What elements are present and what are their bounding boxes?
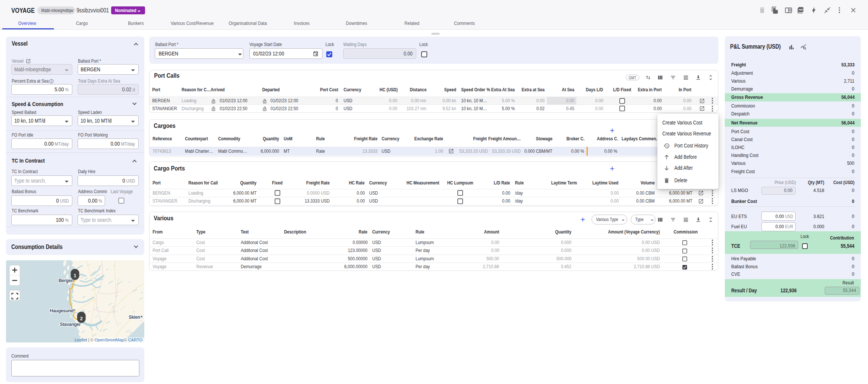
svg-text:1: 1 [74,273,76,278]
svg-text:Bergen: Bergen [58,278,73,283]
svg-text:Haugesund: Haugesund [50,308,73,313]
svg-text:Stavanger: Stavanger [60,322,81,327]
svg-text:Leaflet | © OpenStreetMap© CAR: Leaflet | © OpenStreetMap© CARTO [75,338,143,342]
svg-text:2: 2 [80,316,83,321]
svg-text:Skien: Skien [128,315,140,320]
svg-text:PDF: PDF [799,8,803,11]
